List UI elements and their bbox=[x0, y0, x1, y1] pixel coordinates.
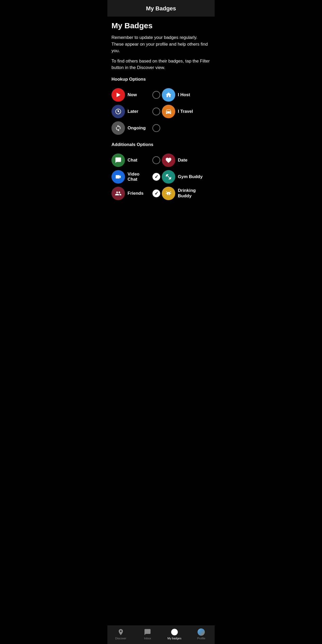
now-icon bbox=[111, 88, 125, 102]
page-title: My Badges bbox=[111, 21, 211, 30]
nav-mybadges-label: My badges bbox=[167, 637, 181, 640]
nav-profile-label: Profile bbox=[197, 637, 205, 640]
gymbuddy-icon bbox=[162, 170, 175, 184]
drinkingbuddy-icon bbox=[162, 187, 175, 200]
badge-drinkingbuddy-right: Drinking Buddy bbox=[160, 187, 211, 200]
itravel-icon bbox=[162, 105, 175, 118]
additionals-row-2: Video Chat Gym Buddy bbox=[111, 169, 211, 185]
ongoing-right-empty bbox=[160, 121, 211, 135]
ihost-icon bbox=[162, 88, 175, 102]
chat-icon bbox=[111, 153, 125, 167]
description-2: To find others based on their badges, ta… bbox=[111, 58, 211, 71]
badge-gymbuddy-right: Gym Buddy bbox=[160, 170, 211, 184]
badge-ihost-right: I Host bbox=[160, 88, 211, 102]
main-content: My Badges Remember to update your badges… bbox=[107, 17, 215, 228]
later-label: Later bbox=[128, 109, 150, 114]
badge-chat-left: Chat bbox=[111, 153, 160, 167]
videochat-icon bbox=[111, 170, 125, 184]
bottom-nav: Discover Inbox My badges Profile bbox=[107, 626, 215, 644]
now-label: Now bbox=[128, 92, 150, 97]
nav-discover[interactable]: Discover bbox=[107, 628, 134, 640]
videochat-checkbox[interactable] bbox=[152, 173, 160, 181]
chat-label: Chat bbox=[128, 158, 150, 163]
nav-inbox[interactable]: Inbox bbox=[134, 628, 161, 640]
hookup-row-1: Now I Host bbox=[111, 87, 211, 103]
header-title: My Badges bbox=[111, 5, 211, 12]
friends-icon bbox=[111, 187, 125, 200]
friends-label: Friends bbox=[128, 191, 150, 196]
badge-videochat-left: Video Chat bbox=[111, 170, 160, 184]
badge-friends-left: Friends bbox=[111, 187, 160, 200]
date-icon bbox=[162, 153, 175, 167]
nav-mybadges[interactable]: My badges bbox=[161, 628, 188, 640]
later-checkbox[interactable] bbox=[152, 108, 160, 115]
hookup-row-3: Ongoing bbox=[111, 120, 211, 136]
svg-marker-0 bbox=[117, 93, 121, 97]
chat-checkbox[interactable] bbox=[152, 156, 160, 164]
profile-icon bbox=[198, 628, 205, 636]
nav-discover-label: Discover bbox=[115, 637, 126, 640]
itravel-label: I Travel bbox=[178, 109, 211, 114]
mybadges-icon bbox=[171, 628, 178, 636]
now-checkbox[interactable] bbox=[152, 91, 160, 99]
additionals-row-1: Chat Date bbox=[111, 152, 211, 169]
ongoing-label: Ongoing bbox=[128, 125, 150, 131]
drinkingbuddy-label: Drinking Buddy bbox=[178, 188, 211, 199]
svg-rect-2 bbox=[118, 110, 118, 110]
ongoing-checkbox[interactable] bbox=[152, 124, 160, 132]
discover-icon bbox=[117, 628, 124, 636]
badge-itravel-right: I Travel bbox=[160, 105, 211, 118]
hookup-section-title: Hookup Options bbox=[111, 77, 211, 82]
ongoing-icon bbox=[111, 121, 125, 135]
header: My Badges bbox=[107, 0, 215, 17]
friends-checkbox[interactable] bbox=[152, 190, 160, 197]
additionals-section-title: Additionals Options bbox=[111, 142, 211, 147]
inbox-icon bbox=[144, 628, 151, 636]
ihost-label: I Host bbox=[178, 92, 211, 97]
gymbuddy-label: Gym Buddy bbox=[178, 174, 211, 179]
videochat-label: Video Chat bbox=[128, 172, 150, 182]
badge-ongoing-left: Ongoing bbox=[111, 121, 160, 135]
additionals-row-3: Friends Drinking Buddy bbox=[111, 185, 211, 202]
later-icon bbox=[111, 105, 125, 118]
nav-profile[interactable]: Profile bbox=[188, 628, 215, 640]
badge-later-left: Later bbox=[111, 105, 160, 118]
date-label: Date bbox=[178, 158, 211, 163]
badge-now-left: Now bbox=[111, 88, 160, 102]
badge-date-right: Date bbox=[160, 153, 211, 167]
description-1: Remember to update your badges regularly… bbox=[111, 34, 211, 54]
nav-inbox-label: Inbox bbox=[144, 637, 151, 640]
profile-avatar bbox=[198, 628, 205, 636]
hookup-row-2: Later I Travel bbox=[111, 103, 211, 120]
